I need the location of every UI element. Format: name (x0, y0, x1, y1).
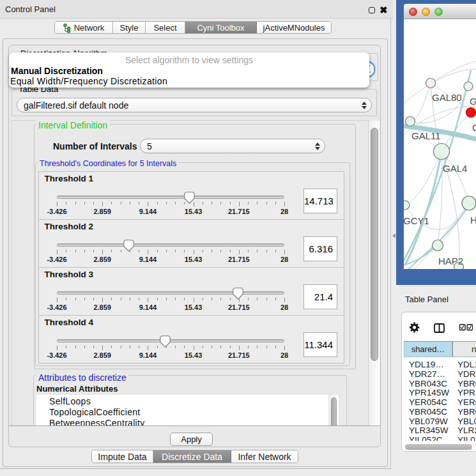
svg-text:H: H (470, 215, 476, 226)
svg-text:C: C (472, 122, 476, 133)
svg-text:GAL4: GAL4 (443, 163, 467, 174)
svg-text:G.: G. (470, 96, 476, 107)
svg-text:GAL11: GAL11 (411, 130, 441, 141)
svg-text:HAP2: HAP2 (438, 256, 463, 266)
svg-text:GAL80: GAL80 (432, 92, 462, 103)
svg-text:GCY1: GCY1 (404, 215, 429, 226)
